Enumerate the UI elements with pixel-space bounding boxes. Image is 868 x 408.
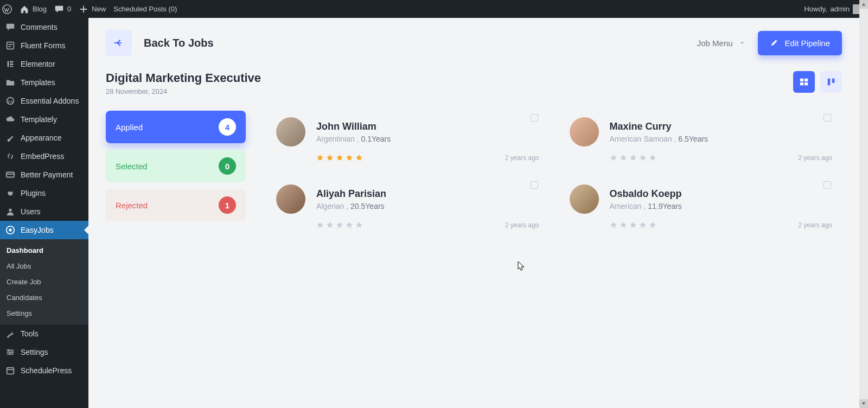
stage-label: Applied: [116, 123, 143, 132]
candidate-meta: American , 11.9Years: [610, 202, 682, 211]
kanban-icon: [826, 77, 836, 87]
svg-rect-3: [10, 61, 13, 63]
sidebar-item-elementor[interactable]: Elementor: [0, 55, 88, 73]
time-ago: 2 years ago: [505, 154, 539, 162]
sidebar-item-schedulepress[interactable]: SchedulePress: [0, 361, 88, 380]
sidebar-item-essential-addons[interactable]: EA Essential Addons: [0, 92, 88, 110]
star-icon: [326, 221, 334, 229]
job-menu-dropdown[interactable]: Job Menu: [697, 39, 746, 48]
svg-rect-1: [7, 42, 14, 49]
card-icon: [5, 170, 15, 180]
subnav-all-jobs[interactable]: All Jobs: [0, 258, 88, 274]
subnav-create-job[interactable]: Create Job: [0, 274, 88, 290]
sidebar-item-comments[interactable]: Comments: [0, 18, 88, 36]
rating-stars: [610, 154, 656, 162]
easyjobs-submenu: Dashboard All Jobs Create Job Candidates…: [0, 239, 88, 324]
user-icon: [5, 207, 15, 216]
job-menu-label: Job Menu: [697, 39, 733, 48]
sidebar-item-better-payment[interactable]: Better Payment: [0, 165, 88, 184]
scheduled-label: Scheduled Posts (0): [113, 5, 177, 13]
sidebar-item-label: Elementor: [21, 60, 55, 68]
svg-point-0: [3, 4, 11, 13]
stage-selected[interactable]: Selected 0: [106, 150, 246, 182]
svg-rect-5: [10, 66, 13, 67]
sidebar-item-settings[interactable]: Settings: [0, 343, 88, 361]
sidebar-item-templately[interactable]: Templately: [0, 110, 88, 129]
sidebar-item-label: Users: [21, 207, 41, 216]
sidebar-item-label: EasyJobs: [21, 226, 54, 234]
candidate-card[interactable]: John William Argentinian , 0.1Years 2 ye…: [272, 111, 544, 166]
select-checkbox[interactable]: [824, 181, 831, 189]
select-checkbox[interactable]: [531, 114, 538, 122]
back-button[interactable]: [106, 30, 132, 56]
stage-count: 4: [219, 118, 236, 136]
subnav-settings[interactable]: Settings: [0, 305, 88, 321]
comments-link[interactable]: 0: [54, 4, 71, 14]
home-icon: [20, 4, 29, 14]
sidebar-item-embedpress[interactable]: EmbedPress: [0, 147, 88, 165]
scrollbar[interactable]: [859, 0, 868, 408]
sidebar-item-label: Plugins: [21, 189, 46, 197]
plug-icon: [5, 188, 15, 198]
view-grid-button[interactable]: [793, 71, 815, 93]
svg-rect-17: [805, 79, 808, 81]
edit-pipeline-button[interactable]: Edit Pipeline: [758, 31, 842, 55]
sidebar-item-appearance[interactable]: Appearance: [0, 129, 88, 147]
comment-icon: [54, 4, 64, 14]
scheduled-posts-link[interactable]: Scheduled Posts (0): [113, 5, 177, 13]
star-icon: [355, 221, 363, 229]
star-icon: [649, 154, 656, 162]
candidate-name: Aliyah Parisian: [316, 188, 386, 200]
view-kanban-button[interactable]: [820, 71, 842, 93]
site-link[interactable]: Blog: [20, 4, 47, 14]
sidebar-item-templates[interactable]: Templates: [0, 73, 88, 92]
rating-stars: [610, 221, 656, 229]
subnav-candidates[interactable]: Candidates: [0, 290, 88, 305]
sidebar-item-tools[interactable]: Tools: [0, 324, 88, 343]
sidebar-item-easyjobs[interactable]: EasyJobs: [0, 221, 88, 239]
arrow-left-icon: [113, 37, 125, 49]
chevron-down-icon: [738, 39, 746, 47]
select-checkbox[interactable]: [531, 181, 538, 189]
addons-icon: EA: [5, 96, 15, 106]
wordpress-icon: [2, 4, 12, 14]
sidebar-item-plugins[interactable]: Plugins: [0, 184, 88, 202]
candidate-card[interactable]: Aliyah Parisian Algerian , 20.5Years 2 y…: [272, 178, 544, 233]
site-name: Blog: [33, 5, 47, 13]
star-icon: [610, 221, 617, 229]
stage-count: 0: [219, 157, 236, 175]
scroll-up-button[interactable]: [859, 0, 868, 9]
subnav-dashboard[interactable]: Dashboard: [0, 243, 88, 258]
avatar: [276, 117, 305, 146]
svg-text:EA: EA: [8, 99, 13, 104]
sidebar-item-fluent-forms[interactable]: Fluent Forms: [0, 36, 88, 55]
time-ago: 2 years ago: [798, 154, 832, 162]
pipeline-stages: Applied 4 Selected 0 Rejected 1: [106, 111, 246, 221]
stage-applied[interactable]: Applied 4: [106, 111, 246, 143]
star-icon: [620, 154, 627, 162]
wp-admin-bar: Blog 0 New Scheduled Posts (0) Howdy, ad…: [0, 0, 868, 18]
scroll-down-button[interactable]: [859, 399, 868, 408]
candidate-card[interactable]: Maxine Curry American Samoan , 6.5Years …: [565, 111, 837, 166]
svg-rect-15: [7, 368, 14, 374]
sidebar-item-users[interactable]: Users: [0, 202, 88, 221]
stage-label: Rejected: [116, 201, 148, 210]
stage-count: 1: [219, 196, 236, 214]
star-icon: [629, 154, 637, 162]
user-name: admin: [831, 5, 850, 13]
stage-rejected[interactable]: Rejected 1: [106, 189, 246, 221]
star-icon: [346, 221, 353, 229]
candidate-card[interactable]: Osbaldo Koepp American , 11.9Years 2 yea…: [565, 178, 837, 233]
account-link[interactable]: Howdy, admin: [804, 4, 863, 14]
form-icon: [5, 41, 15, 50]
svg-point-13: [11, 351, 14, 353]
select-checkbox[interactable]: [824, 114, 831, 122]
star-icon: [610, 154, 617, 162]
sidebar-item-label: Templates: [21, 78, 55, 87]
avatar: [570, 184, 599, 214]
new-link[interactable]: New: [79, 4, 106, 14]
howdy-label: Howdy,: [804, 5, 827, 13]
sidebar-item-label: Templately: [21, 115, 57, 124]
wp-logo[interactable]: [2, 4, 12, 14]
svg-rect-19: [805, 82, 808, 85]
